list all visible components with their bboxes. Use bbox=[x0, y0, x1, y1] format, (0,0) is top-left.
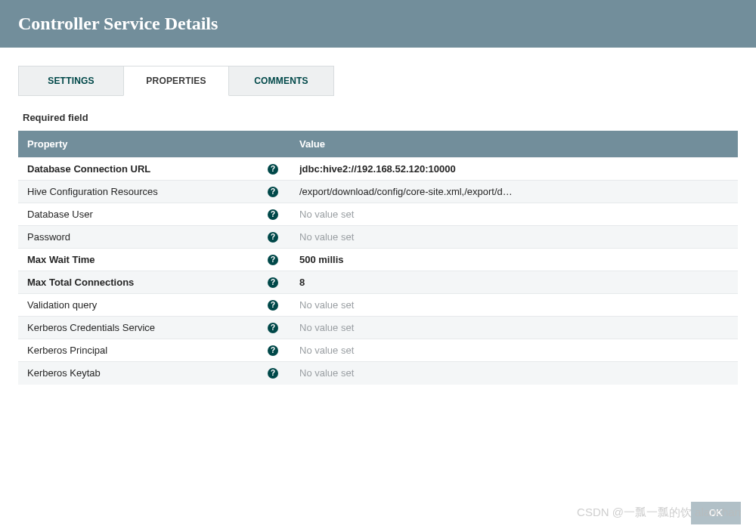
property-name-cell: Password? bbox=[27, 231, 281, 243]
property-value: jdbc:hive2://192.168.52.120:10000 bbox=[299, 163, 456, 175]
property-value-unset: No value set bbox=[299, 299, 354, 311]
row-spacer bbox=[559, 226, 738, 249]
property-value-unset: No value set bbox=[299, 322, 354, 333]
header-value: Value bbox=[290, 131, 559, 158]
table-row[interactable]: Kerberos Principal?No value set bbox=[18, 339, 738, 362]
property-name: Database Connection URL bbox=[27, 163, 150, 175]
help-icon[interactable]: ? bbox=[268, 368, 278, 379]
table-row[interactable]: Password?No value set bbox=[18, 226, 738, 249]
help-icon[interactable]: ? bbox=[268, 187, 278, 197]
property-name-cell: Max Wait Time? bbox=[27, 254, 281, 265]
property-name: Max Total Connections bbox=[27, 277, 134, 288]
header-property: Property bbox=[18, 131, 290, 158]
property-value: 500 millis bbox=[299, 254, 344, 265]
required-field-label: Required field bbox=[23, 112, 738, 123]
property-name-cell: Max Total Connections? bbox=[27, 277, 281, 288]
tab-settings[interactable]: SETTINGS bbox=[18, 66, 124, 96]
help-icon[interactable]: ? bbox=[268, 255, 278, 265]
property-value: 8 bbox=[299, 277, 305, 288]
property-name: Kerberos Credentials Service bbox=[27, 322, 155, 333]
row-spacer bbox=[559, 181, 738, 203]
property-name: Validation query bbox=[27, 299, 97, 311]
table-header-row: Property Value bbox=[18, 131, 738, 158]
table-row[interactable]: Database User?No value set bbox=[18, 203, 738, 226]
row-spacer bbox=[559, 158, 738, 181]
help-icon[interactable]: ? bbox=[268, 277, 278, 288]
row-spacer bbox=[559, 294, 738, 317]
property-name: Kerberos Keytab bbox=[27, 367, 101, 379]
property-value-unset: No value set bbox=[299, 367, 354, 379]
row-spacer bbox=[559, 317, 738, 339]
property-name: Password bbox=[27, 231, 70, 243]
table-row[interactable]: Validation query?No value set bbox=[18, 294, 738, 317]
property-value-unset: No value set bbox=[299, 209, 354, 220]
property-value: /export/download/config/core-site.xml,/e… bbox=[299, 186, 513, 197]
header-spacer bbox=[559, 131, 738, 158]
row-spacer bbox=[559, 339, 738, 362]
property-name-cell: Kerberos Credentials Service? bbox=[27, 322, 281, 333]
property-name: Hive Configuration Resources bbox=[27, 186, 158, 197]
help-icon[interactable]: ? bbox=[268, 345, 278, 356]
row-spacer bbox=[559, 203, 738, 226]
properties-table: Property Value Database Connection URL?j… bbox=[18, 131, 738, 385]
dialog-header: Controller Service Details bbox=[0, 0, 756, 48]
table-row[interactable]: Database Connection URL?jdbc:hive2://192… bbox=[18, 158, 738, 181]
property-name-cell: Database Connection URL? bbox=[27, 163, 281, 175]
help-icon[interactable]: ? bbox=[268, 323, 278, 333]
help-icon[interactable]: ? bbox=[268, 164, 278, 175]
row-spacer bbox=[559, 249, 738, 271]
table-row[interactable]: Kerberos Credentials Service?No value se… bbox=[18, 317, 738, 339]
property-name-cell: Kerberos Keytab? bbox=[27, 367, 281, 379]
tab-comments[interactable]: COMMENTS bbox=[228, 66, 334, 96]
property-name-cell: Hive Configuration Resources? bbox=[27, 186, 281, 197]
property-name-cell: Validation query? bbox=[27, 299, 281, 311]
tab-properties[interactable]: PROPERTIES bbox=[123, 66, 229, 96]
property-name: Database User bbox=[27, 209, 93, 220]
property-name-cell: Kerberos Principal? bbox=[27, 345, 281, 356]
table-row[interactable]: Kerberos Keytab?No value set bbox=[18, 362, 738, 385]
row-spacer bbox=[559, 271, 738, 294]
table-row[interactable]: Hive Configuration Resources?/export/dow… bbox=[18, 181, 738, 203]
table-row[interactable]: Max Total Connections?8 bbox=[18, 271, 738, 294]
help-icon[interactable]: ? bbox=[268, 300, 278, 311]
ok-button[interactable]: OK bbox=[691, 502, 741, 524]
help-icon[interactable]: ? bbox=[268, 232, 278, 243]
help-icon[interactable]: ? bbox=[268, 209, 278, 220]
property-name-cell: Database User? bbox=[27, 209, 281, 220]
property-name: Kerberos Principal bbox=[27, 345, 107, 356]
property-value-unset: No value set bbox=[299, 231, 354, 243]
table-row[interactable]: Max Wait Time?500 millis bbox=[18, 249, 738, 271]
property-name: Max Wait Time bbox=[27, 254, 95, 265]
dialog-title: Controller Service Details bbox=[18, 14, 218, 33]
tabs: SETTINGS PROPERTIES COMMENTS bbox=[18, 66, 738, 97]
dialog-body: SETTINGS PROPERTIES COMMENTS Required fi… bbox=[0, 48, 756, 403]
property-value-unset: No value set bbox=[299, 345, 354, 356]
row-spacer bbox=[559, 362, 738, 385]
